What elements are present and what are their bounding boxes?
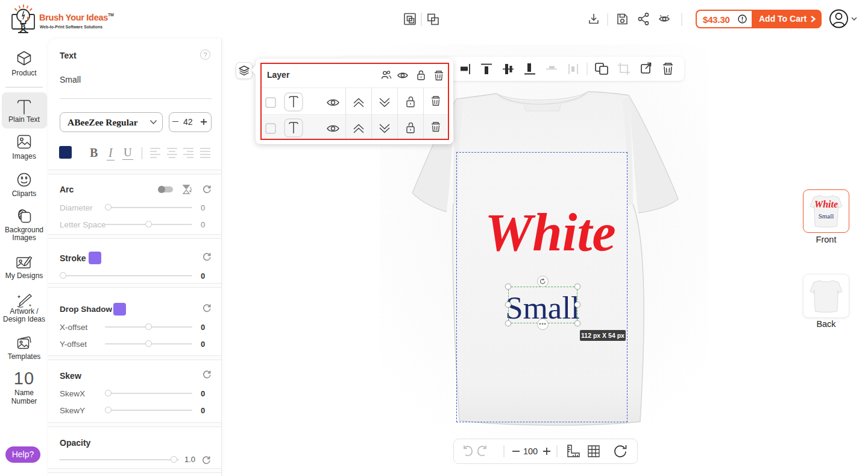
svg-text:White: White: [485, 203, 616, 262]
svg-text:B: B: [20, 22, 25, 31]
svg-text:100: 100: [523, 446, 538, 456]
svg-text:White: White: [814, 199, 838, 209]
svg-text:Small: Small: [819, 212, 834, 220]
